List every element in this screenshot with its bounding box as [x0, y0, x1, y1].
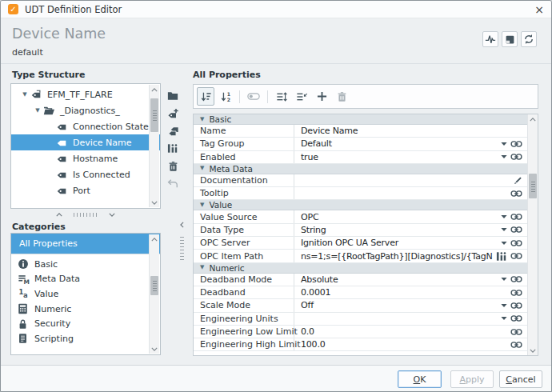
udt-definition-editor-window: ✓ UDT Definition Editor × Device Name de…	[0, 0, 552, 392]
browse-devices-button[interactable]	[164, 142, 182, 155]
close-icon[interactable]: ×	[534, 4, 544, 15]
link-icon[interactable]	[510, 213, 522, 221]
expand-all-button[interactable]	[273, 87, 290, 106]
category-item-meta-data[interactable]: MMeta Data	[11, 272, 160, 287]
tree-item-hostname[interactable]: Hostname	[11, 150, 160, 166]
add-property-button[interactable]	[313, 87, 330, 106]
scroll-down-icon[interactable]	[528, 346, 538, 355]
category-item-security[interactable]: Security	[11, 316, 160, 331]
splitter-grip[interactable]	[74, 213, 98, 217]
property-value[interactable]	[294, 174, 510, 186]
property-value[interactable]: Ignition OPC UA Server	[294, 237, 498, 249]
sort-by-name-button[interactable]	[197, 87, 214, 106]
property-group-basic[interactable]: ▼Basic	[194, 114, 527, 125]
tag-diagnostics-button[interactable]	[482, 31, 498, 47]
link-icon[interactable]	[510, 140, 522, 148]
panel-splitter-horizontal[interactable]	[10, 210, 161, 218]
scroll-up-icon[interactable]	[150, 85, 159, 94]
property-value[interactable]: OPC	[294, 210, 498, 222]
tag-notes-button[interactable]	[502, 31, 518, 47]
tree-item-port[interactable]: Port	[11, 182, 160, 198]
link-icon[interactable]	[510, 239, 522, 247]
category-item-all-properties[interactable]: All Properties	[11, 234, 160, 254]
sort-by-order-button[interactable]: 12	[217, 87, 234, 106]
property-value[interactable]: String	[294, 224, 498, 236]
property-value[interactable]: 0.0	[294, 326, 507, 338]
new-folder-icon	[167, 90, 178, 101]
tree-item-is-connected[interactable]: Is Connected	[11, 166, 160, 182]
category-item-scripting[interactable]: Scripting	[11, 331, 160, 346]
expanded-arrow-icon[interactable]: ▼	[19, 91, 30, 98]
collapse-group-icon[interactable]: ▼	[200, 202, 204, 208]
tree-scrollbar[interactable]	[149, 85, 159, 207]
toggle-bindings-button[interactable]	[245, 87, 262, 106]
apply-button[interactable]: Apply	[450, 370, 494, 388]
property-group-meta-data[interactable]: ▼Meta Data	[194, 164, 527, 174]
link-icon[interactable]	[510, 314, 522, 322]
panel-splitter-vertical[interactable]	[180, 222, 184, 260]
property-group-numeric[interactable]: ▼Numeric	[194, 263, 527, 274]
collapse-group-icon[interactable]: ▼	[200, 166, 204, 171]
category-item-basic[interactable]: Basic	[11, 257, 160, 272]
undo-button[interactable]	[164, 177, 182, 190]
scroll-up-icon[interactable]	[528, 114, 538, 124]
remove-property-button[interactable]	[333, 87, 350, 106]
link-icon[interactable]	[510, 328, 522, 336]
cancel-button[interactable]: Cancel	[499, 370, 542, 388]
dropdown-icon[interactable]	[501, 303, 507, 308]
link-icon[interactable]	[510, 289, 522, 297]
scroll-down-icon[interactable]	[150, 198, 159, 207]
tree-scroll-thumb[interactable]	[150, 98, 158, 132]
collapse-group-icon[interactable]: ▼	[200, 117, 204, 122]
link-icon[interactable]	[510, 275, 522, 283]
property-value[interactable]	[294, 187, 507, 199]
dropdown-icon[interactable]	[501, 214, 507, 219]
scroll-up-icon[interactable]	[150, 234, 159, 244]
copy-tag-button[interactable]	[164, 124, 182, 138]
dropdown-icon[interactable]	[501, 154, 507, 159]
property-value[interactable]: Off	[294, 299, 498, 311]
property-value[interactable]: ns=1;s=[{RootTagPath}][Diagnostics]/{Tag…	[294, 250, 493, 262]
property-value[interactable]: Default	[294, 138, 498, 150]
category-item-value[interactable]: 1aValue	[11, 286, 160, 302]
link-icon[interactable]	[510, 153, 522, 161]
dropdown-icon[interactable]	[501, 277, 507, 282]
property-value[interactable]: true	[294, 151, 498, 163]
tree-item-efm-tf-flare[interactable]: ▼EFM_TF_FLARE	[11, 86, 160, 102]
link-icon[interactable]	[510, 190, 522, 198]
tree-item--diagnostics-[interactable]: ▼_Diagnostics_	[11, 102, 160, 118]
browse-icon[interactable]	[496, 251, 507, 262]
properties-scrollbar[interactable]	[527, 114, 538, 355]
link-icon[interactable]	[510, 252, 522, 260]
tree-item-connection-state[interactable]: Connection State	[11, 118, 160, 134]
property-group-value[interactable]: ▼Value	[194, 200, 527, 210]
dropdown-icon[interactable]	[501, 142, 507, 146]
new-folder-button[interactable]	[164, 89, 182, 102]
properties-scroll-thumb[interactable]	[529, 174, 537, 198]
collapse-group-icon[interactable]: ▼	[200, 265, 204, 270]
property-value[interactable]	[294, 313, 498, 325]
dropdown-icon[interactable]	[501, 241, 507, 246]
property-value[interactable]: 0.0001	[294, 286, 507, 298]
new-tag-button[interactable]	[164, 106, 182, 120]
categories-scrollbar[interactable]	[149, 234, 159, 354]
scroll-down-icon[interactable]	[150, 344, 159, 354]
property-value[interactable]: Device Name	[294, 125, 519, 137]
dropdown-icon[interactable]	[501, 227, 507, 232]
ok-button[interactable]: OK	[398, 370, 442, 388]
splitter-grip[interactable]	[180, 234, 184, 260]
link-icon[interactable]	[510, 302, 522, 310]
expanded-arrow-icon[interactable]: ▼	[32, 107, 43, 114]
tree-item-device-name[interactable]: Device Name	[11, 134, 160, 150]
categories-scroll-thumb[interactable]	[150, 276, 158, 295]
category-item-numeric[interactable]: Numeric	[11, 302, 160, 317]
pencil-icon[interactable]	[513, 176, 522, 186]
dropdown-icon[interactable]	[501, 316, 507, 321]
link-icon[interactable]	[510, 341, 522, 349]
link-icon[interactable]	[510, 226, 522, 234]
property-value[interactable]: Absolute	[294, 274, 498, 286]
delete-tag-button[interactable]	[164, 159, 182, 173]
refresh-button[interactable]	[521, 31, 537, 47]
collapse-all-button[interactable]	[293, 87, 310, 106]
property-value[interactable]: 100.0	[294, 338, 507, 350]
